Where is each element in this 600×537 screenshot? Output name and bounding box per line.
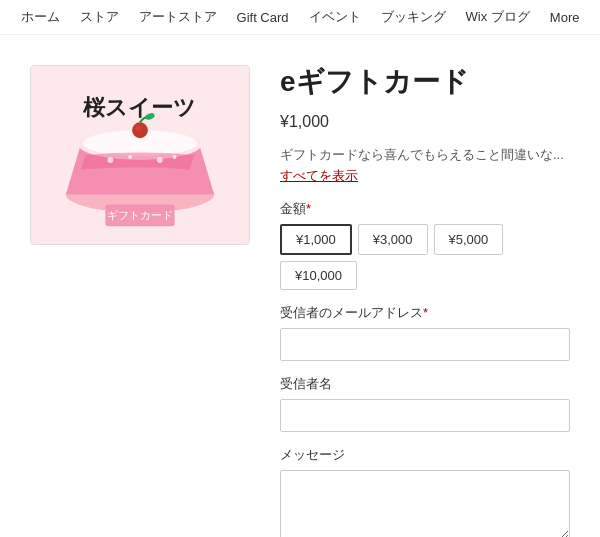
amount-options: ¥1,000 ¥3,000 ¥5,000 ¥10,000	[280, 224, 570, 290]
svg-point-6	[135, 125, 141, 131]
show-all-link[interactable]: すべてを表示	[280, 166, 570, 186]
nav-item-event[interactable]: イベント	[309, 8, 361, 26]
amount-btn-5000[interactable]: ¥5,000	[434, 224, 504, 255]
recipient-email-input[interactable]	[280, 328, 570, 361]
product-image: 桜スイーツ ギフトカード	[30, 65, 250, 245]
recipient-email-label: 受信者のメールアドレス*	[280, 304, 570, 322]
nav-item-more[interactable]: More	[550, 10, 580, 25]
main-nav: ホーム ストア アートストア Gift Card イベント ブッキング Wix …	[0, 0, 600, 35]
amount-btn-3000[interactable]: ¥3,000	[358, 224, 428, 255]
message-group: メッセージ	[280, 446, 570, 537]
recipient-name-label: 受信者名	[280, 375, 570, 393]
recipient-email-group: 受信者のメールアドレス*	[280, 304, 570, 361]
nav-item-home[interactable]: ホーム	[21, 8, 60, 26]
svg-point-8	[107, 157, 113, 163]
product-title: eギフトカード	[280, 65, 570, 99]
recipient-name-group: 受信者名	[280, 375, 570, 432]
svg-text:桜スイーツ: 桜スイーツ	[82, 96, 196, 120]
amount-label: 金額*	[280, 200, 570, 218]
recipient-name-input[interactable]	[280, 399, 570, 432]
amount-field-group: 金額* ¥1,000 ¥3,000 ¥5,000 ¥10,000	[280, 200, 570, 290]
product-price: ¥1,000	[280, 113, 570, 131]
nav-item-store[interactable]: ストア	[80, 8, 119, 26]
nav-item-gift-card[interactable]: Gift Card	[237, 10, 289, 25]
nav-item-art-store[interactable]: アートストア	[139, 8, 217, 26]
message-input[interactable]	[280, 470, 570, 537]
cake-illustration: 桜スイーツ ギフトカード	[31, 66, 249, 244]
message-label: メッセージ	[280, 446, 570, 464]
svg-point-10	[157, 157, 163, 163]
nav-item-wix-blog[interactable]: Wix ブログ	[466, 8, 530, 26]
nav-item-booking[interactable]: ブッキング	[381, 8, 446, 26]
amount-btn-10000[interactable]: ¥10,000	[280, 261, 357, 290]
svg-text:ギフトカード: ギフトカード	[107, 209, 173, 221]
product-description: ギフトカードなら喜んでもらえること間違いな... すべてを表示	[280, 145, 570, 186]
description-text: ギフトカードなら喜んでもらえること間違いな...	[280, 147, 564, 162]
amount-btn-1000[interactable]: ¥1,000	[280, 224, 352, 255]
main-content: 桜スイーツ ギフトカード eギフトカード ¥1,000 ギフトカードなら喜んでも…	[0, 35, 600, 537]
svg-point-9	[128, 155, 132, 159]
product-info: eギフトカード ¥1,000 ギフトカードなら喜んでもらえること間違いな... …	[280, 65, 570, 537]
svg-point-11	[173, 155, 177, 159]
